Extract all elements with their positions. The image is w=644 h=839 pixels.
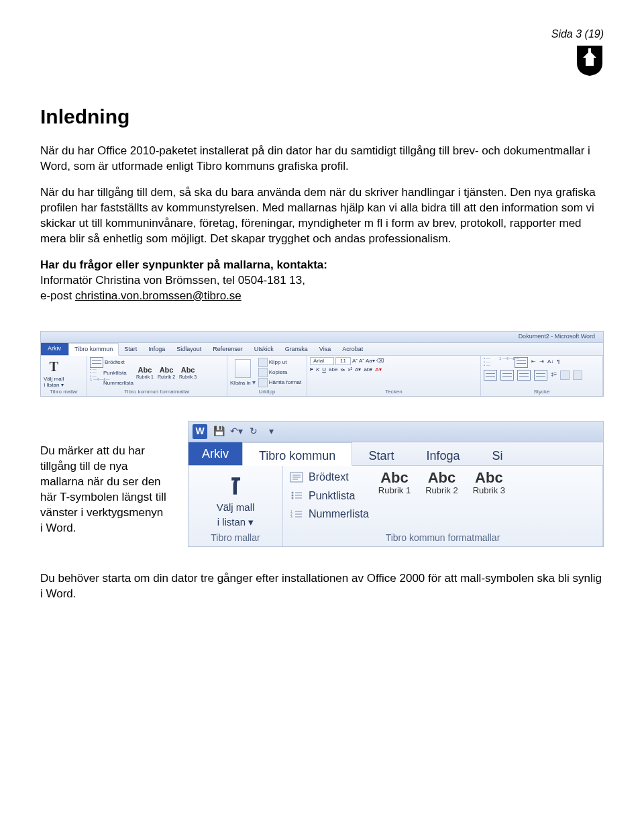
tab-acrobat[interactable]: Acrobat [337,343,369,355]
paste-button[interactable]: Klistra in [230,359,256,387]
word-ribbon-zoom-screenshot: W 💾 ↶▾ ↻ ▾ Arkiv Tibro kommun Start Info… [188,421,604,547]
tab-arkiv[interactable]: Arkiv [41,343,68,355]
contact-line-1: Informatör Christina von Brömssen, tel 0… [40,274,305,287]
undo-icon[interactable]: ↶▾ [230,426,242,438]
format-painter-button[interactable]: Hämta format [258,378,301,387]
show-marks-button[interactable]: ¶ [557,359,559,365]
footer-paragraph: Du behöver starta om din dator tre gånge… [40,571,604,602]
sort-button[interactable]: A↓ [547,359,553,365]
align-right-button[interactable] [517,370,531,381]
zoom-tab-tibro-kommun[interactable]: Tibro kommun [242,442,352,466]
bullets-button[interactable] [484,358,496,367]
zoom-style-brodtext[interactable]: Brödtext [290,470,369,485]
tab-referenser[interactable]: Referenser [207,343,249,355]
strike-button[interactable]: abe [329,367,337,373]
logo-row [40,44,604,77]
qat-customize-icon[interactable]: ▾ [265,426,277,438]
choose-template-label-2: i listan ▾ [44,383,64,389]
rubrik-2-button[interactable]: AbcRubrik 2 [158,366,175,379]
grow-font-button[interactable]: Aˆ [352,358,358,364]
superscript-button[interactable]: x² [347,367,352,373]
rubrik-3-button[interactable]: AbcRubrik 3 [179,366,197,379]
shrink-font-button[interactable]: Aˇ [359,358,364,364]
align-left-button[interactable] [484,370,497,381]
choose-template-label-1: Välj mall [44,377,64,383]
zoomed-section: Du märker att du har tillgång till de ny… [40,421,604,547]
group-stycke: ⇤ ⇥ A↓ ¶ ‡≡ Stycke [481,356,603,396]
paste-icon [235,359,251,378]
tab-tibro-kommun[interactable]: Tibro kommun [68,343,119,356]
contact-heading: Har du frågor eller synpunkter på mallar… [40,258,327,271]
copy-icon [258,368,268,377]
intro-paragraph-2: När du har tillgång till dem, så ska du … [40,185,604,247]
text-effects-button[interactable]: A▾ [355,367,361,373]
clipboard-actions: Klipp ut Kopiera Hämta format [258,358,301,387]
font-size-select[interactable]: 11 [335,357,351,366]
zoom-group-label-b: Tibro kommun formatmallar [290,530,596,544]
tab-start[interactable]: Start [119,343,143,355]
save-icon[interactable]: 💾 [213,426,225,438]
zoom-paragraph-icon [290,472,303,483]
change-case-button[interactable]: Aa▾ [366,358,375,364]
zoom-rubrik-3-button[interactable]: AbcRubrik 3 [473,470,505,495]
justify-button[interactable] [534,370,547,381]
highlight-button[interactable]: ab▾ [364,367,372,373]
style-punktlista[interactable]: Punktlista [90,368,133,378]
tab-granska[interactable]: Granska [280,343,314,355]
line-spacing-button[interactable]: ‡≡ [551,372,557,378]
zoom-rubrik-buttons: AbcRubrik 1 AbcRubrik 2 AbcRubrik 3 [378,470,505,495]
zoom-tabs: Arkiv Tibro kommun Start Infoga Si [189,442,603,466]
style-brodtext[interactable]: Brödtext [90,357,133,368]
zoom-rubrik-1-button[interactable]: AbcRubrik 1 [378,470,411,495]
zoom-style-nummerlista[interactable]: 123 Nummerlista [290,507,369,522]
group-label-formatmallar: Tibro kommun formatmallar [90,389,224,395]
align-center-button[interactable] [500,370,514,381]
bold-button[interactable]: F [310,367,313,373]
underline-button[interactable]: U [322,367,326,373]
multilevel-button[interactable] [515,357,528,368]
bullets-icon [90,368,102,378]
decrease-indent-button[interactable]: ⇤ [531,359,536,365]
subscript-button[interactable]: x₂ [340,367,345,373]
numbering-button[interactable] [499,358,511,367]
zoom-numbered-icon: 123 [290,509,303,520]
borders-button[interactable] [573,371,582,380]
quick-access-toolbar: W 💾 ↶▾ ↻ ▾ [189,422,603,442]
tab-utskick[interactable]: Utskick [249,343,280,355]
zoom-rubrik-2-button[interactable]: AbcRubrik 2 [425,470,458,495]
cut-button[interactable]: Klipp ut [258,358,301,367]
zoom-choose-template-button[interactable]: ז Välj mall i listan ▾ [217,470,255,530]
tab-infoga[interactable]: Infoga [143,343,171,355]
page-title: Inledning [40,103,604,131]
group-formatmallar: Brödtext Punktlista Nummerlista AbcRubri… [87,356,227,396]
zoom-tab-arkiv[interactable]: Arkiv [189,442,242,465]
font-color-button[interactable]: A▾ [375,367,381,373]
group-tibro-mallar: T Välj mall i listan ▾ Tibro mallar [41,356,87,396]
group-tecken: Arial 11 Aˆ Aˇ Aa▾ ⌫ F K U abe x₂ x² A▾ … [307,356,481,396]
zoom-tab-si[interactable]: Si [476,442,519,465]
shading-button[interactable] [560,371,570,380]
rubrik-1-button[interactable]: AbcRubrik 1 [136,366,154,379]
italic-button[interactable]: K [316,367,319,373]
tibro-t-icon: T [44,357,63,376]
choose-template-button[interactable]: T Välj mall i listan ▾ [44,357,64,389]
svg-text:3: 3 [290,515,292,519]
style-nummerlista[interactable]: Nummerlista [90,379,133,388]
font-name-select[interactable]: Arial [310,357,334,366]
page-number-text: Sida 3 (19) [551,27,604,42]
clear-formatting-button[interactable]: ⌫ [376,358,384,364]
increase-indent-button[interactable]: ⇥ [539,359,544,365]
copy-button[interactable]: Kopiera [258,368,301,377]
zoom-style-punktlista[interactable]: Punktlista [290,489,369,503]
zoom-group-label-a: Tibro mallar [195,530,276,544]
redo-icon[interactable]: ↻ [248,426,260,438]
zoom-tab-infoga[interactable]: Infoga [410,442,476,465]
zoom-tab-start[interactable]: Start [352,442,410,465]
rubrik-buttons: AbcRubrik 1 AbcRubrik 2 AbcRubrik 3 [136,366,197,379]
tab-sidlayout[interactable]: Sidlayout [171,343,207,355]
word-app-icon[interactable]: W [193,424,207,439]
tab-visa[interactable]: Visa [314,343,337,355]
svg-point-7 [292,495,294,497]
zoom-choose-template-label-1: Välj mall [217,501,255,514]
font-format-row: F K U abe x₂ x² A▾ ab▾ A▾ [310,367,382,373]
